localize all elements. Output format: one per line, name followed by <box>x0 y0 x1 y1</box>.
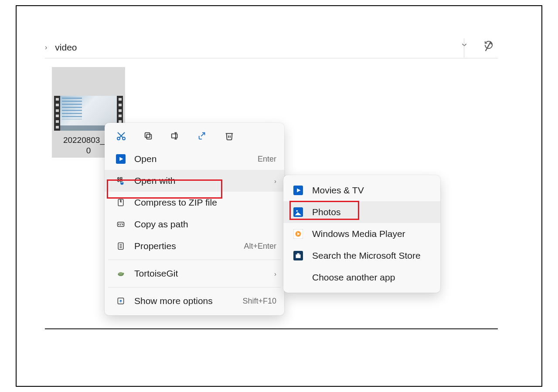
breadcrumb-folder[interactable]: video <box>55 42 77 53</box>
menu-item-properties[interactable]: Properties Alt+Enter <box>105 235 284 257</box>
svg-rect-5 <box>145 133 150 138</box>
copy-path-icon <box>115 220 126 229</box>
svg-point-29 <box>122 273 124 274</box>
filmstrip-left-icon <box>54 96 60 131</box>
svg-point-34 <box>296 210 298 212</box>
properties-icon <box>115 241 126 251</box>
toolbar-separator <box>464 38 464 57</box>
cut-icon[interactable] <box>116 131 126 141</box>
address-dropdown-icon[interactable] <box>460 41 468 51</box>
partial-toolbar-icon <box>483 40 494 53</box>
menu-item-open[interactable]: Open Enter <box>105 148 284 170</box>
svg-rect-33 <box>293 207 303 217</box>
context-menu-quick-actions <box>105 126 284 148</box>
svg-rect-39 <box>296 254 301 258</box>
submenu-arrow-icon: › <box>274 270 276 277</box>
menu-item-copy-path[interactable]: Copy as path <box>105 213 284 235</box>
svg-point-28 <box>119 272 123 275</box>
rename-icon[interactable] <box>170 131 180 141</box>
svg-rect-4 <box>146 134 151 139</box>
submenu-item-movies-tv[interactable]: Movies & TV <box>283 179 440 201</box>
svg-rect-40 <box>297 253 299 255</box>
tortoisegit-icon <box>115 269 126 278</box>
zip-icon <box>115 198 126 207</box>
content-divider <box>45 328 498 329</box>
menu-item-compress[interactable]: Compress to ZIP file <box>105 192 284 213</box>
context-menu: Open Enter Open with › Compress to ZIP f… <box>105 123 284 315</box>
menu-separator <box>108 287 281 287</box>
copy-icon[interactable] <box>143 131 153 141</box>
wmp-icon <box>293 229 303 239</box>
svg-point-1 <box>122 137 125 140</box>
more-options-icon <box>115 296 126 306</box>
share-icon[interactable] <box>197 131 208 141</box>
blank-icon <box>293 272 303 283</box>
svg-point-0 <box>117 137 120 140</box>
svg-point-14 <box>118 178 119 179</box>
svg-rect-6 <box>172 134 177 138</box>
address-bar: › video <box>45 37 498 58</box>
delete-icon[interactable] <box>224 131 235 141</box>
breadcrumb-chevron-icon: › <box>45 44 47 51</box>
svg-rect-17 <box>120 180 122 182</box>
svg-rect-19 <box>118 199 123 206</box>
submenu-item-wmp[interactable]: Windows Media Player <box>283 223 440 245</box>
menu-item-tortoisegit[interactable]: TortoiseGit › <box>105 263 284 284</box>
menu-separator <box>108 260 281 260</box>
submenu-arrow-icon: › <box>274 177 276 185</box>
window-frame: › video 20220803_140 <box>16 5 542 387</box>
submenu-item-choose-app[interactable]: Choose another app <box>283 267 440 288</box>
menu-item-more-options[interactable]: Show more options Shift+F10 <box>105 290 284 312</box>
play-icon <box>115 154 126 164</box>
open-with-icon <box>115 176 126 186</box>
svg-rect-16 <box>120 178 122 179</box>
menu-item-open-with[interactable]: Open with › <box>105 170 284 192</box>
submenu-item-store[interactable]: Search the Microsoft Store <box>283 245 440 267</box>
photos-icon <box>293 207 303 217</box>
store-icon <box>293 250 303 261</box>
open-with-submenu: Movies & TV Photos Windows Media Player … <box>283 175 440 293</box>
svg-point-15 <box>118 180 119 182</box>
movies-tv-icon <box>293 185 303 196</box>
submenu-item-photos[interactable]: Photos <box>283 201 440 223</box>
